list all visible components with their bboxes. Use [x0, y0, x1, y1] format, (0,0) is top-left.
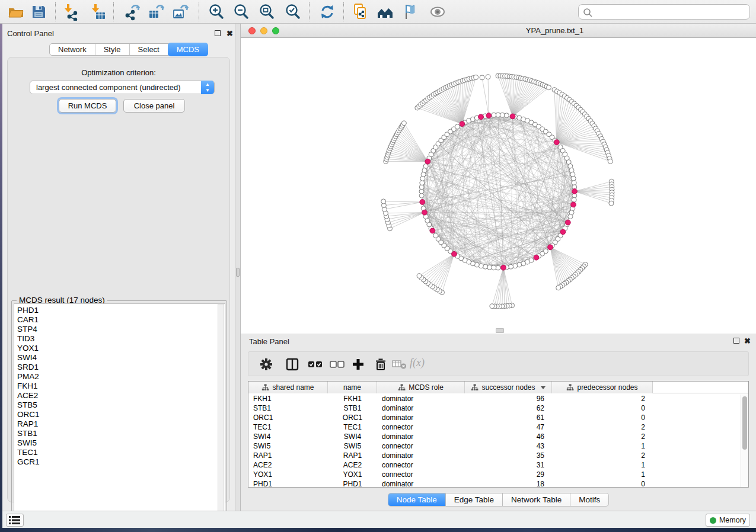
- task-history-button[interactable]: [6, 514, 24, 527]
- clone-network-icon[interactable]: [352, 3, 369, 21]
- column-header-successor-nodes[interactable]: successor nodes: [465, 382, 552, 393]
- graph-node[interactable]: [483, 264, 487, 269]
- vertical-splitter[interactable]: [235, 24, 241, 511]
- graph-hub-node[interactable]: [422, 210, 428, 215]
- tab-mcds[interactable]: MCDS: [168, 43, 208, 56]
- zoom-in-icon[interactable]: [208, 3, 225, 21]
- close-icon[interactable]: ✖: [744, 336, 751, 345]
- flag-icon[interactable]: [401, 3, 419, 21]
- sort-chevron-icon[interactable]: [541, 386, 546, 389]
- graph-node[interactable]: [509, 264, 513, 269]
- list-item[interactable]: RAP1: [17, 419, 225, 429]
- eye-icon[interactable]: [429, 3, 446, 21]
- float-window-icon[interactable]: [215, 30, 221, 36]
- mcds-result-list[interactable]: PHD1CAR1STP4TID3YOX1SWI4SRD1PMA2FKH1ACE2…: [14, 303, 225, 518]
- memory-button[interactable]: Memory: [706, 514, 750, 527]
- graph-node[interactable]: [492, 113, 496, 117]
- graph-hub-node[interactable]: [565, 220, 570, 225]
- graph-node[interactable]: [487, 265, 492, 270]
- graph-node[interactable]: [572, 197, 576, 202]
- close-panel-button[interactable]: Close panel: [123, 99, 185, 113]
- graph-node[interactable]: [433, 233, 438, 238]
- list-item[interactable]: TID3: [17, 334, 225, 344]
- graph-node[interactable]: [420, 176, 425, 181]
- open-folder-icon[interactable]: [7, 3, 25, 21]
- graph-node[interactable]: [568, 214, 573, 219]
- graph-hub-node[interactable]: [571, 202, 576, 207]
- list-item[interactable]: STB5: [17, 400, 225, 410]
- graph-hub-node[interactable]: [486, 113, 492, 118]
- import-network-icon[interactable]: [62, 3, 79, 21]
- graph-hub-node[interactable]: [425, 159, 430, 164]
- column-header-shared-name[interactable]: shared name: [248, 382, 328, 393]
- split-columns-icon[interactable]: [285, 357, 299, 371]
- close-icon[interactable]: ✖: [227, 29, 233, 38]
- mcds-result-scrollbar[interactable]: [218, 304, 224, 518]
- delete-icon[interactable]: [374, 357, 388, 371]
- list-item[interactable]: SWI5: [17, 438, 225, 448]
- graph-node[interactable]: [381, 199, 386, 204]
- table-row[interactable]: STB1STB1dominator620: [248, 403, 748, 413]
- optimization-criterion-select[interactable]: largest connected component (undirected)…: [30, 81, 215, 94]
- graph-node[interactable]: [608, 159, 613, 164]
- graph-hub-node[interactable]: [560, 229, 566, 235]
- tab-style[interactable]: Style: [95, 44, 130, 55]
- list-item[interactable]: STP4: [17, 325, 225, 334]
- table-row[interactable]: ORC1ORC1dominator610: [248, 413, 748, 422]
- list-item[interactable]: STB1: [17, 429, 225, 438]
- graph-hub-node[interactable]: [572, 189, 578, 194]
- export-image-icon[interactable]: [171, 3, 189, 21]
- graph-node[interactable]: [455, 124, 460, 129]
- graph-hub-node[interactable]: [501, 265, 506, 270]
- table-row[interactable]: PHD1PHD1dominator180: [248, 479, 748, 488]
- add-column-icon[interactable]: [351, 357, 365, 371]
- graph-node[interactable]: [571, 176, 576, 181]
- table-body[interactable]: FKH1FKH1dominator962STB1STB1dominator620…: [248, 394, 748, 488]
- list-item[interactable]: CAR1: [17, 315, 225, 325]
- zoom-fit-icon[interactable]: [258, 3, 276, 21]
- graph-node[interactable]: [474, 75, 479, 80]
- gear-icon[interactable]: [259, 357, 273, 371]
- select-all-icon[interactable]: [308, 357, 322, 371]
- splitter-handle[interactable]: [236, 268, 240, 277]
- zoom-selected-icon[interactable]: [284, 3, 302, 21]
- column-header-MCDS-role[interactable]: MCDS role: [377, 382, 465, 393]
- graph-node[interactable]: [420, 181, 425, 185]
- graph-hub-node[interactable]: [548, 245, 553, 250]
- float-window-icon[interactable]: [733, 338, 739, 344]
- first-neighbors-icon[interactable]: [377, 3, 394, 21]
- scrollbar-thumb[interactable]: [742, 396, 747, 450]
- table-row[interactable]: SWI4SWI4dominator462: [248, 432, 748, 441]
- graph-hub-node[interactable]: [534, 255, 539, 260]
- graph-hub-node[interactable]: [452, 251, 457, 257]
- tab-node-table[interactable]: Node Table: [388, 493, 446, 507]
- export-network-icon[interactable]: [123, 3, 141, 21]
- list-item[interactable]: FKH1: [17, 382, 225, 391]
- graph-node[interactable]: [417, 274, 422, 278]
- table-row[interactable]: TEC1TEC1connector472: [248, 422, 748, 432]
- export-table-icon[interactable]: [147, 3, 165, 21]
- list-item[interactable]: YOX1: [17, 344, 225, 353]
- refresh-icon[interactable]: [318, 3, 336, 21]
- list-item[interactable]: ACE2: [17, 391, 225, 400]
- graph-node[interactable]: [486, 75, 490, 79]
- tab-network-table[interactable]: Network Table: [503, 493, 570, 507]
- column-header-predecessor-nodes[interactable]: predecessor nodes: [552, 382, 653, 393]
- save-icon[interactable]: [30, 3, 47, 21]
- graph-node[interactable]: [504, 113, 509, 118]
- tab-select[interactable]: Select: [130, 44, 168, 55]
- column-header-name[interactable]: name: [328, 382, 377, 393]
- graph-hub-node[interactable]: [460, 121, 465, 127]
- search-input[interactable]: [578, 4, 750, 20]
- network-window-titlebar[interactable]: YPA_prune.txt_1: [241, 24, 756, 38]
- graph-node[interactable]: [513, 264, 518, 268]
- graph-hub-node[interactable]: [430, 228, 435, 233]
- list-item[interactable]: SWI4: [17, 353, 225, 363]
- tab-motifs[interactable]: Motifs: [570, 493, 609, 507]
- graph-node[interactable]: [547, 85, 551, 90]
- table-scrollbar[interactable]: [741, 395, 748, 487]
- network-splitter-handle[interactable]: [496, 328, 504, 333]
- table-row[interactable]: ACE2ACE2connector311: [248, 460, 748, 470]
- graph-hub-node[interactable]: [479, 114, 484, 120]
- list-item[interactable]: TEC1: [17, 448, 225, 457]
